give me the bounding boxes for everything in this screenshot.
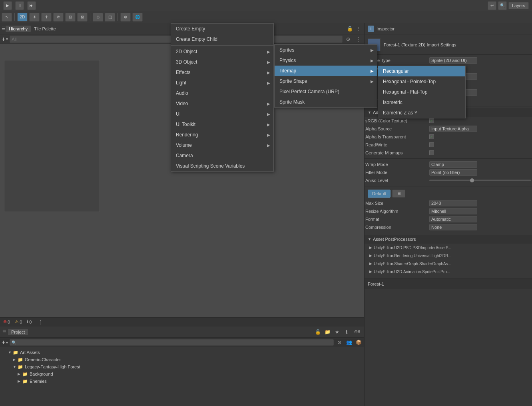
project-add-folder[interactable]: 📁 bbox=[324, 328, 332, 336]
project-view-btn[interactable]: ⊙ bbox=[335, 338, 343, 346]
video-arrow: ▶ bbox=[267, 102, 270, 106]
menu-2d-object[interactable]: 2D Object ▶ bbox=[171, 46, 273, 57]
project-add-button[interactable]: + ▾ bbox=[2, 339, 8, 346]
tilemap-isometric[interactable]: Isometric bbox=[378, 97, 465, 108]
camera-btn[interactable]: ◫ bbox=[105, 13, 115, 22]
submenu-tilemap[interactable]: Tilemap ▶ bbox=[275, 66, 377, 76]
undo-button[interactable]: ↩ bbox=[488, 1, 496, 10]
platform-tab-desktop[interactable]: 🖥 bbox=[392, 190, 405, 198]
step-button[interactable]: ⏭ bbox=[27, 1, 36, 10]
tab-hierarchy[interactable]: Hierarchy bbox=[6, 26, 31, 32]
tab-tile-palette[interactable]: Tile Palette bbox=[31, 26, 59, 32]
folder-legacy-fantasy[interactable]: ▼ 📁 Legacy-Fantasy-High Forest bbox=[0, 363, 364, 370]
scene-btn[interactable]: ⊙ bbox=[93, 13, 103, 22]
tilemap-hex-pointed[interactable]: Hexagonal - Pointed-Top bbox=[378, 76, 465, 87]
alpha-transparent-checkbox[interactable] bbox=[429, 134, 434, 139]
aniso-slider[interactable] bbox=[429, 180, 531, 181]
menu-audio[interactable]: Audio bbox=[171, 88, 273, 98]
hier-search-btn[interactable]: ⊙ bbox=[344, 35, 352, 43]
forest-label: Forest-1 bbox=[368, 282, 384, 286]
project-package-btn[interactable]: 📦 bbox=[355, 338, 363, 346]
filter-mode-dropdown[interactable]: Point (no filter) bbox=[429, 169, 477, 176]
search-button[interactable]: 🔍 bbox=[498, 1, 507, 10]
menu-rendering[interactable]: Rendering ▶ bbox=[171, 130, 273, 140]
2d-object-label: 2D Object bbox=[176, 49, 197, 54]
hier-more[interactable]: ⋮ bbox=[354, 26, 363, 32]
hier-options[interactable]: ⋮ bbox=[354, 36, 363, 42]
submenu-pixel-perfect[interactable]: Pixel Perfect Camera (URP) bbox=[275, 86, 377, 97]
menu-camera[interactable]: Camera bbox=[171, 150, 273, 161]
light-tool[interactable]: ☀ bbox=[29, 13, 40, 22]
submenu-sprite-shape[interactable]: Sprite Shape ▶ bbox=[275, 76, 377, 86]
read-write-label: Read/Write bbox=[365, 142, 429, 147]
hier-lock[interactable]: 🔓 bbox=[346, 25, 354, 33]
compression-dropdown[interactable]: None bbox=[429, 224, 477, 230]
read-write-checkbox[interactable] bbox=[429, 142, 434, 147]
rotate-tool[interactable]: ⟳ bbox=[53, 13, 64, 22]
tab-project[interactable]: Project bbox=[8, 329, 28, 335]
project-lock[interactable]: 🔓 bbox=[314, 328, 322, 336]
create-menu: Create Empty Create Empty Child 2D Objec… bbox=[171, 23, 274, 172]
project-info[interactable]: ℹ bbox=[343, 328, 351, 336]
menu-effects[interactable]: Effects ▶ bbox=[171, 67, 273, 78]
scale-tool[interactable]: ⊡ bbox=[65, 13, 76, 22]
postproc-text-4: UnityEditor.U2D.Animation.SpritePostPro.… bbox=[374, 270, 450, 274]
tilemap-isometric-z[interactable]: Isometric Z as Y bbox=[378, 108, 465, 118]
move-tool[interactable]: ✛ bbox=[41, 13, 52, 22]
project-search-input[interactable] bbox=[10, 339, 334, 346]
folder-background[interactable]: ▶ 📁 Background bbox=[0, 370, 364, 378]
inspector-header: i Inspector bbox=[365, 23, 532, 34]
folder-art-assets[interactable]: ▼ 📁 Art Assets bbox=[0, 349, 364, 356]
rendering-label: Rendering bbox=[176, 132, 198, 138]
menu-create-empty-child[interactable]: Create Empty Child bbox=[171, 34, 273, 44]
gen-mipmaps-checkbox[interactable] bbox=[429, 150, 434, 155]
wrap-mode-dropdown[interactable]: Clamp bbox=[429, 161, 477, 168]
platform-tab-default[interactable]: Default bbox=[368, 190, 391, 198]
pause-button[interactable]: ⏸ bbox=[15, 1, 24, 10]
status-more[interactable]: ⋮ bbox=[36, 319, 45, 325]
submenu-sprite-mask[interactable]: Sprite Mask bbox=[275, 97, 377, 107]
rect-tool[interactable]: ⊠ bbox=[77, 13, 88, 22]
resize-algorithm-dropdown[interactable]: Mitchell bbox=[429, 208, 477, 214]
pivot-btn[interactable]: ⊕ bbox=[120, 13, 131, 22]
menu-3d-object[interactable]: 3D Object ▶ bbox=[171, 57, 273, 67]
aniso-level-label: Aniso Level bbox=[365, 178, 429, 183]
message-icon: ℹ bbox=[27, 319, 28, 324]
menu-visual-scripting[interactable]: Visual Scripting Scene Variables bbox=[171, 161, 273, 171]
post-processors-header[interactable]: ▼ Asset PostProcessors bbox=[365, 235, 532, 244]
sprites-label: Sprites bbox=[279, 47, 294, 53]
project-favorites[interactable]: ★ bbox=[333, 328, 341, 336]
alpha-source-dropdown[interactable]: Input Texture Alpha bbox=[429, 126, 477, 132]
max-size-dropdown[interactable]: 2048 bbox=[429, 200, 477, 206]
art-assets-label: Art Assets bbox=[20, 350, 40, 355]
submenu-physics[interactable]: Physics ▶ bbox=[275, 55, 377, 66]
global-btn[interactable]: 🌐 bbox=[132, 13, 143, 22]
background-icon: 📁 bbox=[22, 372, 28, 377]
project-collab-btn[interactable]: 👥 bbox=[345, 338, 353, 346]
menu-ui[interactable]: UI ▶ bbox=[171, 109, 273, 119]
layers-button[interactable]: Layers bbox=[508, 2, 529, 9]
texture-type-dropdown[interactable]: Sprite (2D and UI) bbox=[429, 57, 477, 64]
warning-icon: ⚠ bbox=[15, 319, 19, 324]
inspector-icon: i bbox=[368, 26, 374, 32]
add-object-button[interactable]: + ▾ bbox=[2, 36, 8, 43]
tilemap-hex-flat[interactable]: Hexagonal - Flat-Top bbox=[378, 87, 465, 97]
menu-volume[interactable]: Volume ▶ bbox=[171, 140, 273, 150]
tilemap-submenu: Rectangular Hexagonal - Pointed-Top Hexa… bbox=[378, 66, 466, 118]
srgb-checkbox[interactable] bbox=[429, 118, 434, 123]
play-button[interactable]: ▶ bbox=[3, 1, 12, 10]
folder-generic-character[interactable]: ▶ 📁 Generic-Character bbox=[0, 356, 364, 363]
menu-create-empty[interactable]: Create Empty bbox=[171, 24, 273, 34]
mode-2d[interactable]: 2D bbox=[17, 13, 28, 22]
3d-object-label: 3D Object bbox=[176, 59, 197, 65]
submenu-sprites[interactable]: Sprites ▶ bbox=[275, 45, 377, 55]
menu-video[interactable]: Video ▶ bbox=[171, 98, 273, 109]
format-dropdown[interactable]: Automatic bbox=[429, 216, 477, 222]
isometric-label: Isometric bbox=[383, 100, 402, 105]
tilemap-rectangular[interactable]: Rectangular bbox=[378, 66, 465, 76]
folder-enemies[interactable]: ▶ 📁 Enemies bbox=[0, 378, 364, 385]
menu-ui-toolkit[interactable]: UI Toolkit ▶ bbox=[171, 119, 273, 130]
transform-tool[interactable]: ↖ bbox=[2, 13, 12, 22]
menu-light[interactable]: Light ▶ bbox=[171, 78, 273, 88]
srgb-label: sRGB (Color Texture) bbox=[365, 118, 429, 123]
